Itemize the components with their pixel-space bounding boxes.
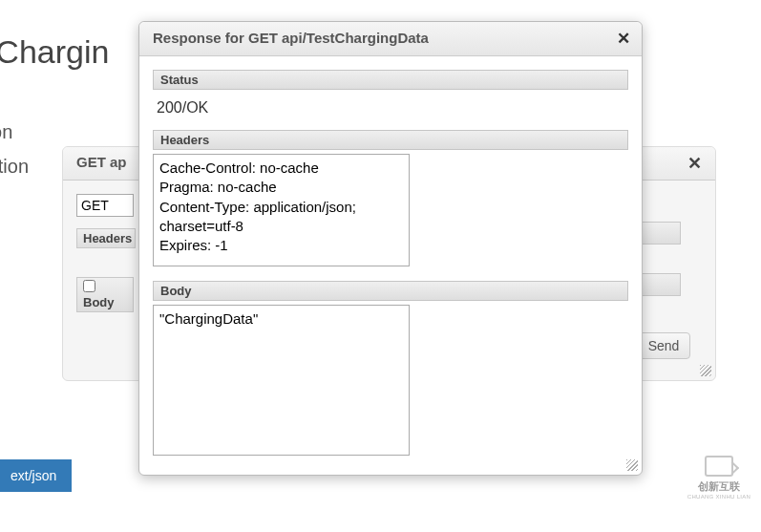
content-type-button[interactable]: ext/json bbox=[0, 459, 72, 492]
close-icon[interactable]: ✕ bbox=[617, 29, 630, 49]
body-section-label: Body bbox=[153, 281, 628, 301]
status-value: 200/OK bbox=[153, 90, 628, 130]
body-section-label[interactable]: Body bbox=[76, 277, 134, 312]
resize-handle-icon[interactable] bbox=[700, 365, 711, 376]
headers-section-label: Headers bbox=[76, 228, 136, 248]
nav-item[interactable]: mation bbox=[0, 155, 29, 178]
nav-item[interactable]: ation bbox=[0, 120, 29, 143]
response-headers-textarea[interactable] bbox=[153, 154, 410, 266]
http-method-input[interactable] bbox=[76, 194, 134, 217]
dialog-header: Response for GET api/TestChargingData ✕ bbox=[139, 22, 642, 56]
watermark-logo-icon bbox=[705, 456, 733, 477]
body-checkbox-label: Body bbox=[83, 295, 115, 309]
resize-handle-icon[interactable] bbox=[626, 459, 638, 471]
page-title: estChargin bbox=[0, 33, 109, 71]
headers-section-label: Headers bbox=[153, 130, 628, 150]
dialog-title: Response for GET api/TestChargingData bbox=[153, 30, 429, 46]
watermark: 创新互联 CHUANG XINHU LIAN bbox=[687, 456, 751, 498]
status-section-label: Status bbox=[153, 70, 628, 90]
response-body-textarea[interactable] bbox=[153, 305, 410, 456]
nav-item[interactable]: on bbox=[0, 346, 29, 369]
test-panel-title: GET ap bbox=[76, 154, 127, 170]
send-button[interactable]: Send bbox=[637, 332, 690, 359]
watermark-text-en: CHUANG XINHU LIAN bbox=[687, 494, 751, 500]
response-dialog: Response for GET api/TestChargingData ✕ … bbox=[138, 21, 643, 476]
body-checkbox[interactable] bbox=[83, 280, 95, 292]
close-icon[interactable]: ✕ bbox=[687, 153, 702, 174]
watermark-text-cn: 创新互联 bbox=[687, 479, 751, 494]
